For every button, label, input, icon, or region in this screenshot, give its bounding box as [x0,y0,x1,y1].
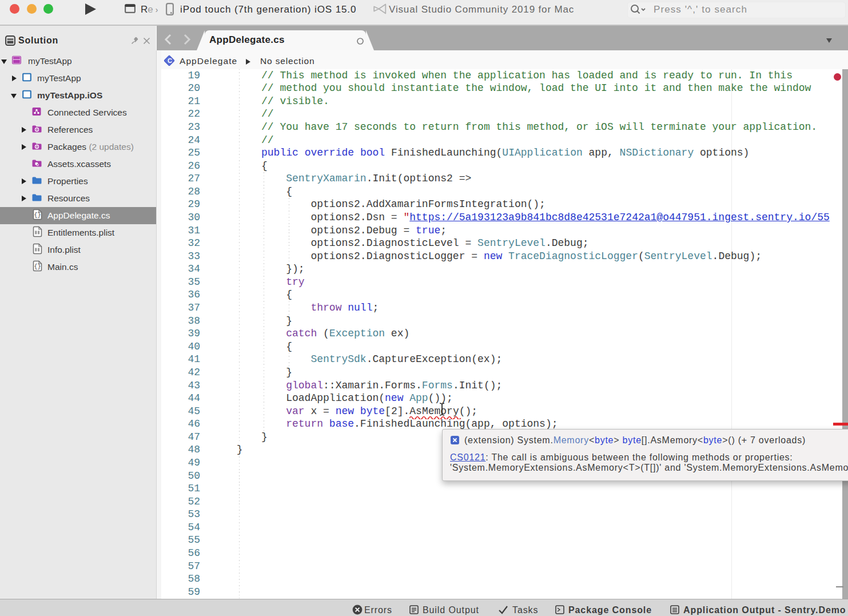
svg-text:{}: {} [34,212,41,218]
svg-text:{}: {} [34,264,41,270]
